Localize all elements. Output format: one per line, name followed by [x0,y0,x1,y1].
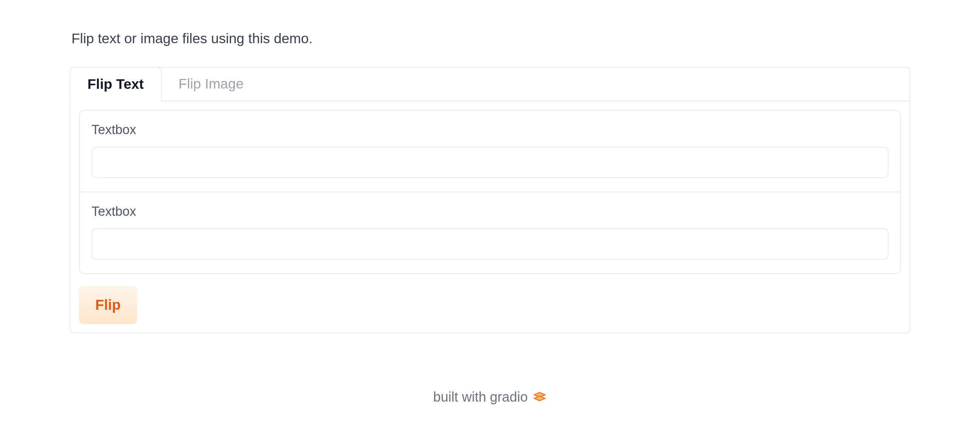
input-textbox[interactable] [92,147,888,178]
tab-panel-flip-text: Textbox Textbox Flip [70,101,910,333]
output-label: Textbox [92,204,888,219]
flip-button[interactable]: Flip [79,286,137,324]
input-label: Textbox [92,123,888,137]
tab-bar: Flip Text Flip Image [70,67,910,101]
tab-flip-text[interactable]: Flip Text [70,67,162,101]
textbox-group: Textbox Textbox [79,110,901,274]
footer-text: built with gradio [433,389,528,405]
app-container: Flip text or image files using this demo… [70,0,910,405]
tab-flip-image[interactable]: Flip Image [162,67,261,101]
output-field-row: Textbox [80,192,900,273]
footer: built with gradio [70,389,910,405]
input-field-row: Textbox [80,111,900,192]
output-textbox[interactable] [92,228,888,260]
tab-interface: Flip Text Flip Image Textbox Textbox Fli… [70,67,910,333]
gradio-logo-icon [533,390,547,404]
description-text: Flip text or image files using this demo… [70,30,910,46]
